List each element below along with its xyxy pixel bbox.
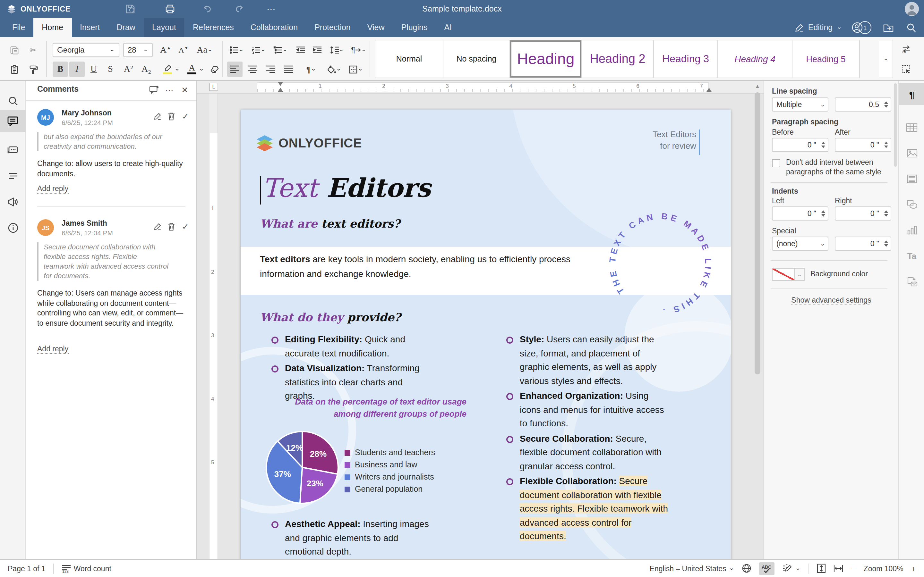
tab-layout[interactable]: Layout: [144, 18, 184, 37]
redo-button[interactable]: [231, 1, 248, 17]
spinner-arrows[interactable]: [882, 237, 891, 250]
special-select[interactable]: (none)⌄: [772, 237, 829, 251]
editing-mode-button[interactable]: Editing ⌄: [795, 23, 842, 32]
line-spacing-select[interactable]: Multiple⌄: [772, 97, 829, 111]
cut-button[interactable]: ✂: [26, 42, 41, 58]
copy-button[interactable]: [6, 42, 22, 58]
search-button[interactable]: [905, 21, 918, 34]
styles-expand-button[interactable]: ⌄: [879, 40, 893, 78]
paragraph-direction-button[interactable]: ¶⌄: [349, 42, 368, 58]
shading-button[interactable]: ⌄: [325, 61, 344, 77]
scrollbar-thumb[interactable]: [754, 92, 760, 374]
resolve-comment-button[interactable]: ✓: [180, 110, 191, 122]
align-right-button[interactable]: [263, 61, 278, 77]
word-count-button[interactable]: 123 Word count: [61, 564, 111, 573]
tab-draw[interactable]: Draw: [108, 18, 144, 37]
find-button[interactable]: [0, 90, 26, 111]
first-line-indent-marker[interactable]: [278, 82, 283, 86]
interval-checkbox[interactable]: [772, 159, 780, 167]
document-page[interactable]: ONLYOFFICE Text Editors for review: [241, 110, 731, 559]
navigation-headings-button[interactable]: [0, 165, 26, 187]
tab-insert[interactable]: Insert: [71, 18, 108, 37]
pie-chart[interactable]: 28%23%37%12%: [262, 428, 342, 507]
page-indicator[interactable]: Page 1 of 1: [8, 564, 45, 572]
add-comment-button[interactable]: [148, 83, 160, 96]
text-art-settings-tab[interactable]: Ta: [899, 245, 924, 267]
font-name-select[interactable]: Georgia⌄: [53, 43, 120, 57]
spinner-arrows[interactable]: [882, 207, 891, 220]
delete-comment-button[interactable]: [166, 110, 177, 122]
right-indent-marker[interactable]: [706, 88, 712, 92]
set-language-button[interactable]: [742, 564, 751, 573]
zoom-level[interactable]: Zoom 100%: [864, 564, 903, 572]
advanced-settings-link[interactable]: Show advanced settings: [764, 296, 898, 304]
mail-merge-tab[interactable]: [899, 271, 924, 292]
change-case-button[interactable]: Aa⌄: [195, 42, 214, 58]
decrease-font-size-button[interactable]: A▼: [176, 42, 191, 58]
open-file-location-button[interactable]: [882, 21, 895, 34]
paste-button[interactable]: [6, 61, 22, 77]
comments-button[interactable]: [0, 110, 26, 132]
edit-comment-button[interactable]: [152, 221, 163, 232]
line-spacing-button[interactable]: ⌄: [327, 42, 347, 58]
fit-width-button[interactable]: [833, 564, 843, 572]
about-button[interactable]: [0, 217, 26, 239]
print-button[interactable]: [162, 1, 178, 17]
indent-right-spinner[interactable]: 0 ": [835, 206, 891, 221]
tab-file[interactable]: File: [4, 18, 33, 37]
tab-ai[interactable]: AI: [436, 18, 460, 37]
style-heading-3[interactable]: Heading 3: [654, 40, 718, 77]
spinner-arrows[interactable]: [882, 98, 891, 111]
background-color-dropdown[interactable]: ⌄: [795, 268, 804, 281]
table-settings-tab[interactable]: [899, 117, 924, 139]
copy-style-button[interactable]: [26, 61, 41, 77]
tab-collaboration[interactable]: Collaboration: [242, 18, 306, 37]
tab-home[interactable]: Home: [33, 18, 71, 37]
numbering-button[interactable]: ⌄: [249, 42, 268, 58]
align-left-button[interactable]: [227, 61, 242, 77]
feedback-button[interactable]: [0, 191, 26, 213]
justify-button[interactable]: [281, 61, 296, 77]
underline-button[interactable]: U: [86, 61, 102, 77]
italic-button[interactable]: I: [69, 61, 85, 77]
spell-check-button[interactable]: ABC: [759, 562, 774, 575]
horizontal-ruler[interactable]: 1234567: [197, 81, 764, 93]
spinner-arrows[interactable]: [819, 139, 828, 151]
tab-view[interactable]: View: [359, 18, 393, 37]
paragraph-settings-tab[interactable]: ¶: [899, 83, 924, 105]
style-heading-5[interactable]: Heading 5: [792, 40, 859, 77]
style-heading-2[interactable]: Heading 2: [582, 40, 654, 77]
spinner-arrows[interactable]: [819, 207, 828, 220]
save-button[interactable]: [122, 1, 139, 17]
header-footer-settings-tab[interactable]: [899, 168, 924, 190]
align-center-button[interactable]: [245, 61, 260, 77]
panel-scrollbar[interactable]: [894, 83, 897, 167]
font-color-dropdown[interactable]: ⌄: [198, 61, 205, 77]
track-changes-button[interactable]: ⌄: [782, 564, 800, 573]
borders-button[interactable]: ⌄: [347, 61, 366, 77]
resolve-comment-button[interactable]: ✓: [180, 221, 191, 232]
spacing-after-spinner[interactable]: 0 ": [835, 138, 891, 152]
strikethrough-button[interactable]: S: [103, 61, 118, 77]
add-reply-link[interactable]: Add reply: [37, 345, 68, 354]
comments-more-button[interactable]: ⋯: [163, 83, 176, 96]
document-scrollbar[interactable]: ▲: [754, 82, 761, 556]
add-reply-link[interactable]: Add reply: [37, 185, 68, 193]
tab-references[interactable]: References: [184, 18, 242, 37]
spinner-arrows[interactable]: [882, 139, 891, 151]
close-comments-button[interactable]: ✕: [178, 83, 191, 96]
style-heading[interactable]: Heading: [510, 40, 582, 77]
indent-left-spinner[interactable]: 0 ": [772, 206, 829, 221]
highlight-color-dropdown[interactable]: ⌄: [173, 61, 181, 77]
circular-text-art[interactable]: THE TEXT CAN BE MADE LIKE THIS .: [605, 208, 716, 319]
tab-protection[interactable]: Protection: [306, 18, 359, 37]
nonprinting-characters-button[interactable]: ¶⌄: [302, 61, 321, 77]
bullets-button[interactable]: ⌄: [227, 42, 246, 58]
image-settings-tab[interactable]: [899, 142, 924, 164]
zoom-in-button[interactable]: +: [911, 563, 916, 574]
active-users-button[interactable]: 1: [852, 21, 871, 35]
scroll-up-arrow[interactable]: ▲: [754, 82, 761, 90]
subscript-button[interactable]: A₂: [139, 61, 154, 77]
style-heading-4[interactable]: Heading 4: [718, 40, 792, 77]
multilevel-list-button[interactable]: ⌄: [271, 42, 290, 58]
